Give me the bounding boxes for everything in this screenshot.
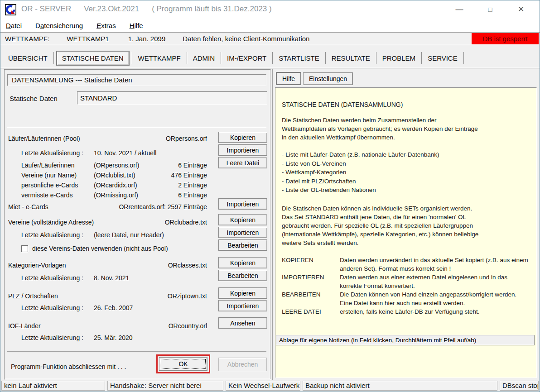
section-file: ORclubadre.txt [165, 219, 207, 226]
menu-datei[interactable]: Datei [6, 22, 22, 29]
help-title: STATISCHE DATEN (DATENSAMMLUNG) [282, 100, 530, 109]
glossary-term: IMPORTIEREN [282, 273, 340, 290]
importieren-button[interactable]: Importieren [218, 198, 267, 210]
row-value: (leere Datei, nur Header) [94, 231, 164, 240]
status-wechsel-laufwerk: Kein Wechsel-Laufwerk [226, 381, 300, 391]
window-title-app: OR - SERVER [21, 5, 71, 13]
glossary-row: BEARBEITEN Die Daten können von Hand ein… [282, 290, 530, 307]
ansehen-button[interactable]: Ansehen [218, 317, 267, 329]
list-item: - Wettkampf-Kategorien [282, 168, 530, 177]
leere-datei-button[interactable]: Leere Datei [218, 157, 267, 168]
section-file: ORcountry.orl [169, 322, 207, 330]
list-item: - Liste mit Läufer-Daten (z.B. nationale… [282, 150, 530, 159]
row-label: Letzte Aktualisierung : [21, 304, 94, 313]
tab-einstellungen[interactable]: Einstellungen [303, 72, 353, 85]
list-item: - Liste von OL-Vereinen [282, 159, 530, 168]
importieren-button[interactable]: Importieren [218, 300, 267, 311]
abbrechen-button[interactable]: Abbrechen [218, 358, 267, 371]
tab-startliste[interactable]: STARTLISTE [273, 54, 325, 62]
section-file: ORziptown.txt [168, 292, 207, 300]
status-backup: Backup nicht aktiviert [303, 381, 497, 391]
list-item: - Liste der OL-treibenden Nationen [282, 186, 530, 195]
tab-separator [53, 52, 54, 64]
or-server-window: { "window": { "title_app": "OR - SERVER"… [0, 0, 540, 392]
tab-statische-daten[interactable]: STATISCHE DATEN [56, 51, 130, 66]
tab-uebersicht[interactable]: ÜBERSICHT [2, 54, 53, 62]
row-label: Letzte Aktualisierung : [21, 149, 94, 158]
tab-separator [463, 52, 464, 64]
row-file: (ORcardidx.orf) [94, 182, 163, 189]
titlebar: OR - SERVERVer.23.Okt.2021( Programm läu… [0, 0, 540, 19]
wettkampf-status: Daten fehlen, keine Client-Kommunikation [183, 35, 309, 43]
section-title: PLZ / Ortschaften [8, 292, 58, 300]
row-value: 10. Nov. 2021 / aktuell [94, 149, 156, 158]
help-content: STATISCHE DATEN (DATENSAMMLUNG) Die Stat… [275, 87, 537, 378]
kopieren-button[interactable]: Kopieren [218, 287, 267, 299]
section-title: Miet - e-Cards [8, 203, 48, 210]
close-icon[interactable]: ✕ [513, 3, 529, 16]
row-file: (ORclublist.txt) [94, 172, 163, 179]
ok-button[interactable]: OK [159, 357, 207, 371]
maximize-icon[interactable]: □ [482, 3, 498, 16]
status-dbscan: DBscan stop [500, 381, 539, 391]
glossary-def: Daten werden aus einer externen Datei ei… [340, 273, 530, 290]
kopieren-button[interactable]: Kopieren [218, 257, 267, 268]
menu-extras[interactable]: Extras [96, 22, 116, 29]
section-miet-ecards: Miet - e-Cards ORrentcards.orf: 2597 Ein… [8, 197, 269, 211]
window-title-note: ( Programm läuft bis 31.Dez.2023 ) [152, 5, 272, 13]
section-plz-ortschaften: PLZ / Ortschaften ORziptown.txt Letzte A… [8, 287, 269, 313]
tab-im-export[interactable]: IM-/EXPORT [221, 54, 272, 62]
glossary-row: LEERE DATEI erstellen, falls keine Läufe… [282, 307, 530, 316]
row-file: (ORpersons.orf) [94, 162, 163, 169]
section-title: Läufer/Läuferinnen (Pool) [8, 135, 80, 142]
table-row: Läufer/Läuferinnen (ORpersons.orf) 6 Ein… [8, 162, 207, 172]
app-logo-icon [5, 4, 16, 15]
bearbeiten-button[interactable]: Bearbeiten [218, 270, 267, 281]
vereins-daten-checkbox[interactable] [21, 245, 28, 252]
set-label: Statische Daten [10, 95, 58, 102]
datensammlung-panel: DATENSAMMLUNG --- Statische Daten Statis… [4, 69, 271, 380]
set-name-field[interactable] [77, 91, 267, 105]
minimize-icon[interactable]: — [452, 3, 467, 16]
tab-resultate[interactable]: RESULTATE [326, 54, 376, 62]
tab-admin[interactable]: ADMIN [187, 54, 221, 62]
table-row: persönliche e-Cards (ORcardidx.orf) 2 Ei… [8, 182, 207, 191]
row-label: Letzte Aktualisierung : [21, 231, 94, 240]
section-file: ORpersons.orf [166, 135, 207, 142]
row-label: Läufer/Läuferinnen [21, 162, 94, 169]
kopieren-button[interactable]: Kopieren [218, 214, 267, 225]
glossary-row: IMPORTIEREN Daten werden aus einer exter… [282, 273, 530, 290]
section-title: IOF-Länder [8, 322, 41, 330]
tab-service[interactable]: SERVICE [422, 54, 463, 62]
window-title: OR - SERVERVer.23.Okt.2021( Programm läu… [21, 5, 284, 14]
section-kategorien-vorlagen: Kategorien-Vorlagen ORclasses.txt Letzte… [8, 256, 269, 283]
row-count: 476 Einträge [163, 172, 207, 179]
row-label: persönliche e-Cards [21, 182, 94, 189]
separator [7, 351, 266, 352]
section-file: ORclasses.txt [168, 262, 207, 269]
wettkampf-name: WETTKAMP1 [67, 35, 109, 43]
status-handshake: Handshake: Server nicht berei [107, 381, 223, 391]
bearbeiten-button[interactable]: Bearbeiten [218, 239, 267, 251]
importieren-button[interactable]: Importieren [218, 144, 267, 156]
section-laeufer-pool: Läufer/Läuferinnen (Pool) ORpersons.orf … [8, 130, 269, 201]
table-row: Vereine (nur Name) (ORclublist.txt) 476 … [8, 172, 207, 182]
main-tabbar: ÜBERSICHT STATISCHE DATEN WETTKAMPF ADMI… [0, 48, 540, 68]
notes-field-header[interactable]: Ablage für eigene Notizen (in Feld klick… [276, 335, 535, 345]
wettkampf-statusbar: WETTKAMPF: WETTKAMP1 1. Jan. 2099 Daten … [0, 32, 540, 45]
glossary-def: Die Daten können von Hand einzeln angepa… [340, 290, 530, 307]
section-vereine-adresse: Vereine (vollständige Adresse) ORclubadr… [8, 213, 269, 253]
row-label: Vereine (nur Name) [21, 172, 94, 179]
hilfe-panel: Hilfe Einstellungen STATISCHE DATEN (DAT… [274, 69, 539, 380]
tab-problem[interactable]: PROBLEM [376, 54, 421, 62]
menu-hilfe[interactable]: Hilfe [130, 22, 143, 29]
row-count: 6 Einträge [163, 162, 207, 169]
importieren-button[interactable]: Importieren [218, 227, 267, 238]
section-file: ORrentcards.orf: 2597 Einträge [119, 203, 207, 210]
row-value: 25. Mär. 2020 [94, 334, 133, 343]
menu-datensicherung[interactable]: Datensicherung [35, 22, 83, 29]
kopieren-button[interactable]: Kopieren [218, 132, 267, 143]
tab-hilfe[interactable]: Hilfe [276, 72, 301, 85]
tab-wettkampf[interactable]: WETTKAMPF [132, 54, 187, 62]
db-locked-badge: DB ist gesperrt [472, 33, 539, 44]
